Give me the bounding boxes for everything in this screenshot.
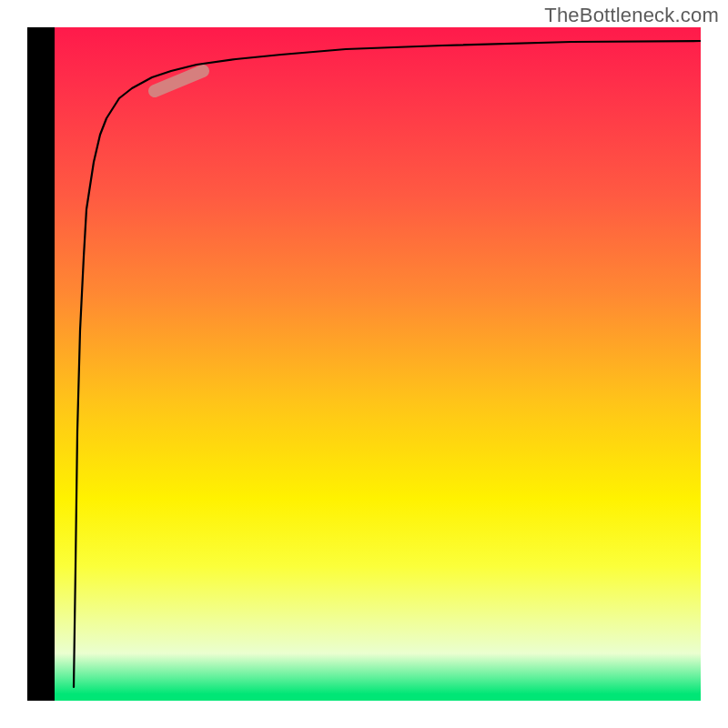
plot-area [55,27,701,701]
bottleneck-curve [74,41,701,687]
chart-frame [27,27,701,701]
curve-layer [55,27,701,701]
stage: TheBottleneck.com [0,0,728,728]
attribution-label: TheBottleneck.com [544,4,719,27]
